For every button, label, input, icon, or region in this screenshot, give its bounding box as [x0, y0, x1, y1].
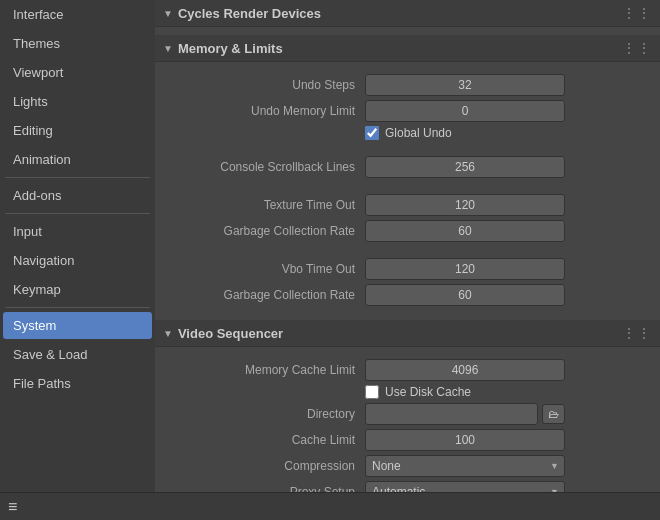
vbo-timeout-row: Vbo Time Out	[165, 258, 650, 280]
directory-row: Directory 🗁	[165, 403, 650, 425]
undo-memory-row: Undo Memory Limit	[165, 100, 650, 122]
sidebar-item-addons[interactable]: Add-ons	[3, 182, 152, 209]
garbage-rate2-input[interactable]	[365, 284, 565, 306]
vbo-timeout-label: Vbo Time Out	[165, 262, 365, 276]
undo-steps-control	[365, 74, 565, 96]
cycles-section-title: Cycles Render Devices	[178, 6, 321, 21]
memory-chevron-down: ▼	[163, 43, 173, 54]
video-section-header[interactable]: ▼ Video Sequencer ⋮⋮	[155, 320, 660, 347]
garbage-rate2-label: Garbage Collection Rate	[165, 288, 365, 302]
directory-input[interactable]	[365, 403, 538, 425]
cache-limit-row: Cache Limit	[165, 429, 650, 451]
texture-timeout-control	[365, 194, 565, 216]
video-section-dots: ⋮⋮	[622, 325, 652, 341]
vbo-timeout-input[interactable]	[365, 258, 565, 280]
compression-label: Compression	[165, 459, 365, 473]
cycles-section-dots: ⋮⋮	[622, 5, 652, 21]
sidebar: Interface Themes Viewport Lights Editing…	[0, 0, 155, 492]
texture-timeout-row: Texture Time Out	[165, 194, 650, 216]
sidebar-item-animation[interactable]: Animation	[3, 146, 152, 173]
use-disk-cache-label: Use Disk Cache	[385, 385, 471, 399]
vbo-timeout-control	[365, 258, 565, 280]
cycles-chevron-down: ▼	[163, 8, 173, 19]
sidebar-separator	[5, 177, 150, 178]
sidebar-separator-3	[5, 307, 150, 308]
cache-limit-input[interactable]	[365, 429, 565, 451]
global-undo-control: Global Undo	[365, 126, 565, 140]
use-disk-cache-checkbox[interactable]	[365, 385, 379, 399]
directory-label: Directory	[165, 407, 365, 421]
video-section: ▼ Video Sequencer ⋮⋮ Memory Cache Limit	[155, 320, 660, 492]
garbage-rate-row: Garbage Collection Rate	[165, 220, 650, 242]
console-scrollback-input[interactable]	[365, 156, 565, 178]
bottom-toolbar: ≡	[0, 492, 660, 520]
undo-memory-input[interactable]	[365, 100, 565, 122]
proxy-setup-row: Proxy Setup Automatic Manual None	[165, 481, 650, 492]
sidebar-item-lights[interactable]: Lights	[3, 88, 152, 115]
proxy-setup-label: Proxy Setup	[165, 485, 365, 492]
sidebar-item-system[interactable]: System	[3, 312, 152, 339]
sidebar-item-navigation[interactable]: Navigation	[3, 247, 152, 274]
memory-section: ▼ Memory & Limits ⋮⋮ Undo Steps Undo Mem…	[155, 35, 660, 318]
compression-wrapper: None	[365, 455, 565, 477]
spacer-1	[155, 27, 660, 35]
memory-section-title-group: ▼ Memory & Limits	[163, 41, 283, 56]
use-disk-cache-control: Use Disk Cache	[365, 385, 565, 399]
sidebar-item-input[interactable]: Input	[3, 218, 152, 245]
sidebar-item-file-paths[interactable]: File Paths	[3, 370, 152, 397]
console-scrollback-row: Console Scrollback Lines	[165, 156, 650, 178]
video-section-body: Memory Cache Limit Use Disk Cache Direct…	[155, 347, 660, 492]
undo-memory-control	[365, 100, 565, 122]
undo-memory-label: Undo Memory Limit	[165, 104, 365, 118]
cache-limit-control	[365, 429, 565, 451]
cache-limit-label: Cache Limit	[165, 433, 365, 447]
memory-cache-input[interactable]	[365, 359, 565, 381]
sidebar-item-themes[interactable]: Themes	[3, 30, 152, 57]
use-disk-cache-row: Use Disk Cache	[165, 385, 650, 399]
texture-timeout-input[interactable]	[365, 194, 565, 216]
memory-cache-row: Memory Cache Limit	[165, 359, 650, 381]
directory-browse-button[interactable]: 🗁	[542, 404, 565, 424]
garbage-rate2-row: Garbage Collection Rate	[165, 284, 650, 306]
cycles-section-title-group: ▼ Cycles Render Devices	[163, 6, 321, 21]
memory-section-dots: ⋮⋮	[622, 40, 652, 56]
directory-control: 🗁	[365, 403, 565, 425]
video-section-title: Video Sequencer	[178, 326, 283, 341]
sidebar-item-viewport[interactable]: Viewport	[3, 59, 152, 86]
sidebar-item-editing[interactable]: Editing	[3, 117, 152, 144]
memory-section-body: Undo Steps Undo Memory Limit	[155, 62, 660, 318]
garbage-rate-input[interactable]	[365, 220, 565, 242]
undo-steps-input[interactable]	[365, 74, 565, 96]
sidebar-item-keymap[interactable]: Keymap	[3, 276, 152, 303]
main-content: ▼ Cycles Render Devices ⋮⋮ ▼ Memory & Li…	[155, 0, 660, 492]
compression-row: Compression None	[165, 455, 650, 477]
video-chevron-down: ▼	[163, 328, 173, 339]
console-scrollback-label: Console Scrollback Lines	[165, 160, 365, 174]
memory-cache-control	[365, 359, 565, 381]
global-undo-checkbox[interactable]	[365, 126, 379, 140]
global-undo-label: Global Undo	[385, 126, 452, 140]
compression-select[interactable]: None	[365, 455, 565, 477]
undo-steps-row: Undo Steps	[165, 74, 650, 96]
sidebar-item-interface[interactable]: Interface	[3, 1, 152, 28]
proxy-setup-select[interactable]: Automatic Manual None	[365, 481, 565, 492]
spacer-2	[165, 144, 650, 152]
sidebar-item-save-load[interactable]: Save & Load	[3, 341, 152, 368]
spacer-4	[165, 246, 650, 254]
video-section-title-group: ▼ Video Sequencer	[163, 326, 283, 341]
sidebar-separator-2	[5, 213, 150, 214]
hamburger-icon[interactable]: ≡	[8, 498, 17, 516]
undo-steps-label: Undo Steps	[165, 78, 365, 92]
global-undo-row: Global Undo	[165, 126, 650, 140]
garbage-rate-label: Garbage Collection Rate	[165, 224, 365, 238]
console-scrollback-control	[365, 156, 565, 178]
texture-timeout-label: Texture Time Out	[165, 198, 365, 212]
memory-section-title: Memory & Limits	[178, 41, 283, 56]
memory-section-header[interactable]: ▼ Memory & Limits ⋮⋮	[155, 35, 660, 62]
cycles-section-header[interactable]: ▼ Cycles Render Devices ⋮⋮	[155, 0, 660, 27]
memory-cache-label: Memory Cache Limit	[165, 363, 365, 377]
garbage-rate2-control	[365, 284, 565, 306]
proxy-setup-wrapper: Automatic Manual None	[365, 481, 565, 492]
garbage-rate-control	[365, 220, 565, 242]
spacer-3	[165, 182, 650, 190]
